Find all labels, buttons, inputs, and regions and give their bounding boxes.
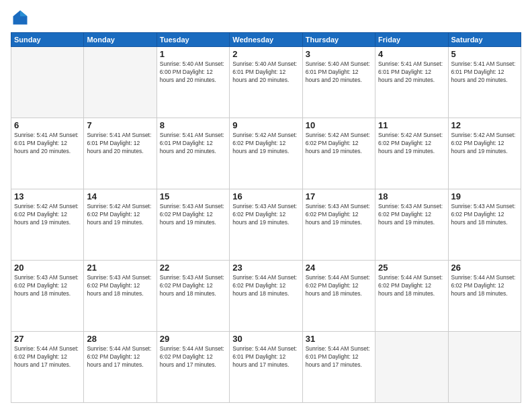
header bbox=[11, 8, 521, 27]
cell-info: Sunrise: 5:41 AM Sunset: 6:01 PM Dayligh… bbox=[451, 60, 518, 85]
table-cell: 22Sunrise: 5:43 AM Sunset: 6:02 PM Dayli… bbox=[157, 261, 229, 332]
table-cell bbox=[375, 332, 448, 403]
table-cell: 23Sunrise: 5:44 AM Sunset: 6:02 PM Dayli… bbox=[230, 261, 302, 332]
logo bbox=[11, 8, 32, 27]
cell-info: Sunrise: 5:43 AM Sunset: 6:02 PM Dayligh… bbox=[451, 203, 518, 227]
table-cell: 10Sunrise: 5:42 AM Sunset: 6:02 PM Dayli… bbox=[302, 118, 375, 189]
cell-info: Sunrise: 5:44 AM Sunset: 6:02 PM Dayligh… bbox=[232, 274, 299, 298]
cell-info: Sunrise: 5:44 AM Sunset: 6:01 PM Dayligh… bbox=[306, 345, 372, 369]
table-cell: 31Sunrise: 5:44 AM Sunset: 6:01 PM Dayli… bbox=[302, 332, 375, 403]
col-wednesday: Wednesday bbox=[230, 33, 302, 47]
cell-info: Sunrise: 5:43 AM Sunset: 6:02 PM Dayligh… bbox=[378, 203, 445, 227]
col-tuesday: Tuesday bbox=[157, 33, 229, 47]
day-number: 29 bbox=[160, 334, 226, 344]
day-number: 17 bbox=[306, 191, 372, 201]
day-number: 18 bbox=[378, 191, 445, 201]
day-number: 20 bbox=[14, 263, 81, 273]
day-number: 28 bbox=[87, 334, 153, 344]
week-row: 6Sunrise: 5:41 AM Sunset: 6:01 PM Daylig… bbox=[11, 118, 521, 189]
cell-info: Sunrise: 5:44 AM Sunset: 6:02 PM Dayligh… bbox=[306, 274, 372, 298]
table-cell bbox=[448, 332, 521, 403]
cell-info: Sunrise: 5:44 AM Sunset: 6:02 PM Dayligh… bbox=[378, 274, 445, 298]
cell-info: Sunrise: 5:44 AM Sunset: 6:02 PM Dayligh… bbox=[14, 345, 81, 369]
table-cell: 1Sunrise: 5:40 AM Sunset: 6:00 PM Daylig… bbox=[157, 47, 229, 118]
col-saturday: Saturday bbox=[448, 33, 521, 47]
day-number: 6 bbox=[14, 120, 81, 130]
cell-info: Sunrise: 5:43 AM Sunset: 6:02 PM Dayligh… bbox=[14, 274, 81, 298]
svg-marker-1 bbox=[20, 11, 28, 17]
table-cell: 7Sunrise: 5:41 AM Sunset: 6:01 PM Daylig… bbox=[84, 118, 157, 189]
day-number: 25 bbox=[378, 263, 445, 273]
day-number: 14 bbox=[87, 191, 153, 201]
table-cell: 19Sunrise: 5:43 AM Sunset: 6:02 PM Dayli… bbox=[448, 189, 521, 261]
table-cell bbox=[84, 47, 157, 118]
logo-icon bbox=[11, 8, 30, 27]
cell-info: Sunrise: 5:44 AM Sunset: 6:01 PM Dayligh… bbox=[232, 345, 299, 369]
cell-info: Sunrise: 5:42 AM Sunset: 6:02 PM Dayligh… bbox=[451, 132, 518, 156]
col-monday: Monday bbox=[84, 33, 157, 47]
page: Sunday Monday Tuesday Wednesday Thursday… bbox=[0, 0, 532, 411]
table-cell: 25Sunrise: 5:44 AM Sunset: 6:02 PM Dayli… bbox=[375, 261, 448, 332]
table-cell: 2Sunrise: 5:40 AM Sunset: 6:01 PM Daylig… bbox=[230, 47, 302, 118]
week-row: 20Sunrise: 5:43 AM Sunset: 6:02 PM Dayli… bbox=[11, 261, 521, 332]
table-cell: 24Sunrise: 5:44 AM Sunset: 6:02 PM Dayli… bbox=[302, 261, 375, 332]
cell-info: Sunrise: 5:44 AM Sunset: 6:02 PM Dayligh… bbox=[87, 345, 153, 369]
cell-info: Sunrise: 5:43 AM Sunset: 6:02 PM Dayligh… bbox=[232, 203, 299, 227]
week-row: 27Sunrise: 5:44 AM Sunset: 6:02 PM Dayli… bbox=[11, 332, 521, 403]
day-number: 11 bbox=[378, 120, 445, 130]
cell-info: Sunrise: 5:43 AM Sunset: 6:02 PM Dayligh… bbox=[306, 203, 372, 227]
day-number: 26 bbox=[451, 263, 518, 273]
week-row: 13Sunrise: 5:42 AM Sunset: 6:02 PM Dayli… bbox=[11, 189, 521, 261]
day-number: 15 bbox=[160, 191, 226, 201]
cell-info: Sunrise: 5:42 AM Sunset: 6:02 PM Dayligh… bbox=[14, 203, 81, 227]
cell-info: Sunrise: 5:40 AM Sunset: 6:00 PM Dayligh… bbox=[160, 60, 226, 85]
day-number: 10 bbox=[306, 120, 372, 130]
table-cell: 29Sunrise: 5:44 AM Sunset: 6:02 PM Dayli… bbox=[157, 332, 229, 403]
table-cell: 5Sunrise: 5:41 AM Sunset: 6:01 PM Daylig… bbox=[448, 47, 521, 118]
calendar-table: Sunday Monday Tuesday Wednesday Thursday… bbox=[11, 32, 521, 403]
table-cell: 26Sunrise: 5:44 AM Sunset: 6:02 PM Dayli… bbox=[448, 261, 521, 332]
day-number: 5 bbox=[451, 49, 518, 59]
cell-info: Sunrise: 5:43 AM Sunset: 6:02 PM Dayligh… bbox=[160, 274, 226, 298]
day-number: 1 bbox=[160, 49, 226, 59]
cell-info: Sunrise: 5:42 AM Sunset: 6:02 PM Dayligh… bbox=[306, 132, 372, 156]
day-number: 16 bbox=[232, 191, 299, 201]
cell-info: Sunrise: 5:40 AM Sunset: 6:01 PM Dayligh… bbox=[306, 60, 372, 85]
day-number: 7 bbox=[87, 120, 153, 130]
cell-info: Sunrise: 5:43 AM Sunset: 6:02 PM Dayligh… bbox=[160, 203, 226, 227]
table-cell bbox=[11, 47, 84, 118]
day-number: 12 bbox=[451, 120, 518, 130]
table-cell: 15Sunrise: 5:43 AM Sunset: 6:02 PM Dayli… bbox=[157, 189, 229, 261]
day-number: 3 bbox=[306, 49, 372, 59]
day-number: 2 bbox=[232, 49, 299, 59]
day-number: 31 bbox=[306, 334, 372, 344]
day-number: 27 bbox=[14, 334, 81, 344]
cell-info: Sunrise: 5:41 AM Sunset: 6:01 PM Dayligh… bbox=[160, 132, 226, 156]
day-number: 22 bbox=[160, 263, 226, 273]
day-number: 23 bbox=[232, 263, 299, 273]
cell-info: Sunrise: 5:40 AM Sunset: 6:01 PM Dayligh… bbox=[232, 60, 299, 85]
col-friday: Friday bbox=[375, 33, 448, 47]
table-cell: 6Sunrise: 5:41 AM Sunset: 6:01 PM Daylig… bbox=[11, 118, 84, 189]
table-cell: 3Sunrise: 5:40 AM Sunset: 6:01 PM Daylig… bbox=[302, 47, 375, 118]
col-thursday: Thursday bbox=[302, 33, 375, 47]
cell-info: Sunrise: 5:42 AM Sunset: 6:02 PM Dayligh… bbox=[87, 203, 153, 227]
table-cell: 21Sunrise: 5:43 AM Sunset: 6:02 PM Dayli… bbox=[84, 261, 157, 332]
cell-info: Sunrise: 5:41 AM Sunset: 6:01 PM Dayligh… bbox=[87, 132, 153, 156]
day-number: 21 bbox=[87, 263, 153, 273]
table-cell: 13Sunrise: 5:42 AM Sunset: 6:02 PM Dayli… bbox=[11, 189, 84, 261]
cell-info: Sunrise: 5:43 AM Sunset: 6:02 PM Dayligh… bbox=[87, 274, 153, 298]
table-cell: 4Sunrise: 5:41 AM Sunset: 6:01 PM Daylig… bbox=[375, 47, 448, 118]
week-row: 1Sunrise: 5:40 AM Sunset: 6:00 PM Daylig… bbox=[11, 47, 521, 118]
day-number: 24 bbox=[306, 263, 372, 273]
day-number: 8 bbox=[160, 120, 226, 130]
day-number: 19 bbox=[451, 191, 518, 201]
table-cell: 9Sunrise: 5:42 AM Sunset: 6:02 PM Daylig… bbox=[230, 118, 302, 189]
table-cell: 18Sunrise: 5:43 AM Sunset: 6:02 PM Dayli… bbox=[375, 189, 448, 261]
table-cell: 11Sunrise: 5:42 AM Sunset: 6:02 PM Dayli… bbox=[375, 118, 448, 189]
day-number: 9 bbox=[232, 120, 299, 130]
table-cell: 12Sunrise: 5:42 AM Sunset: 6:02 PM Dayli… bbox=[448, 118, 521, 189]
cell-info: Sunrise: 5:42 AM Sunset: 6:02 PM Dayligh… bbox=[232, 132, 299, 156]
table-cell: 17Sunrise: 5:43 AM Sunset: 6:02 PM Dayli… bbox=[302, 189, 375, 261]
table-cell: 27Sunrise: 5:44 AM Sunset: 6:02 PM Dayli… bbox=[11, 332, 84, 403]
